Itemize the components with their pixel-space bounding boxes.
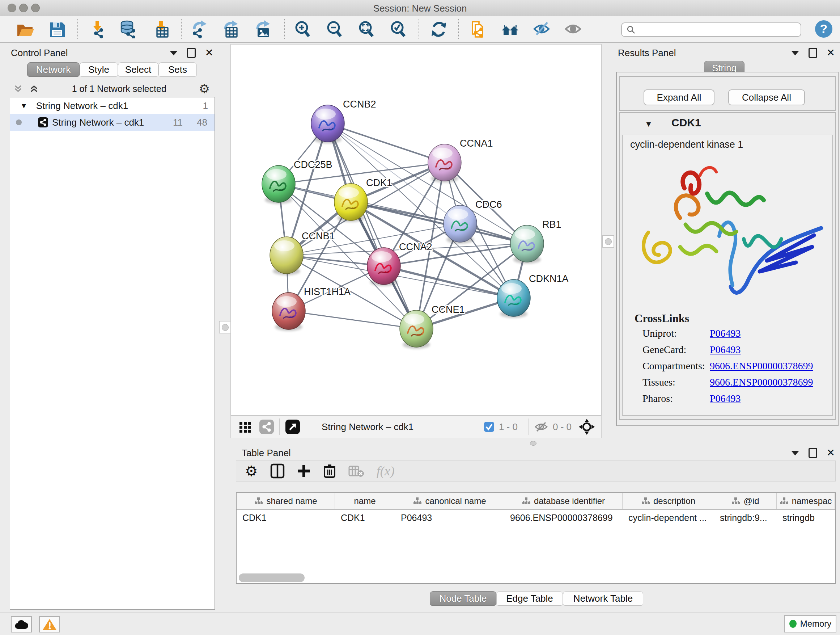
expand-all-button[interactable]: Expand All (644, 89, 714, 105)
column-header-description[interactable]: description (622, 493, 714, 509)
network-graph[interactable]: CCNB2CCNA1CDC25BCDK1CDC6RB1CCNB1CCNA2CDK… (231, 44, 601, 415)
export-table-button[interactable] (220, 19, 241, 40)
network-node-CCNB1[interactable] (270, 237, 303, 275)
column-header-namespac[interactable]: namespac (777, 493, 835, 509)
export-network-button[interactable] (189, 19, 210, 40)
table-settings-gear-icon[interactable]: ⚙ (245, 463, 258, 479)
protein-expand-icon[interactable]: ▼ (645, 119, 653, 129)
network-node-CDK1[interactable] (334, 184, 368, 222)
zoom-fit-button[interactable] (356, 19, 377, 40)
column-header-shared-name[interactable]: shared name (237, 493, 335, 509)
search-field[interactable] (621, 22, 801, 37)
save-session-button[interactable] (47, 19, 68, 40)
network-node-CDC25B[interactable] (262, 165, 295, 204)
crosslink-link[interactable]: P06493 (710, 393, 741, 407)
memory-status-dot (789, 620, 797, 628)
tab-select[interactable]: Select (118, 62, 158, 77)
table-panel-close-icon[interactable]: ✕ (827, 449, 835, 457)
network-node-CCNE1[interactable] (400, 310, 433, 348)
show-all-button[interactable] (563, 19, 584, 40)
add-column-plus-icon[interactable] (297, 464, 311, 478)
show-columns-icon[interactable] (270, 463, 285, 478)
expand-all-icon[interactable] (28, 83, 39, 94)
network-collection-row[interactable]: ▼ String Network – cdk1 1 (10, 97, 215, 114)
delete-column-trash-icon[interactable] (323, 463, 336, 478)
crosslink-row: Tissues: 9606.ENSP00000378699 (643, 377, 831, 391)
network-view-share-icon[interactable] (259, 419, 274, 434)
collection-expand-icon[interactable]: ▼ (20, 102, 27, 110)
help-icon: ? (814, 19, 834, 39)
table-horizontal-scrollbar[interactable] (239, 573, 305, 582)
horizontal-splitter-handle[interactable] (530, 441, 537, 446)
hide-selected-button[interactable] (532, 19, 553, 40)
collapse-all-icon[interactable] (13, 83, 24, 94)
left-splitter-handle[interactable] (219, 321, 231, 333)
network-node-CDC6[interactable] (444, 205, 477, 244)
network-node-CCNB2[interactable] (311, 105, 344, 143)
column-header-database-identifier[interactable]: database identifier (504, 493, 622, 509)
table-cell: stringdb (777, 510, 835, 526)
birdseye-navigator-icon[interactable] (578, 418, 595, 435)
help-button[interactable]: ? (813, 19, 834, 40)
network-edge-CCNB2-CCNE1[interactable] (328, 124, 416, 329)
network-edge-HIST1H1A-CCNE1[interactable] (289, 311, 416, 329)
control-panel-float-icon[interactable] (187, 48, 196, 58)
tab-network-table[interactable]: Network Table (563, 591, 643, 606)
detach-view-icon[interactable] (285, 419, 301, 435)
network-options-gear-icon[interactable]: ⚙ (199, 81, 210, 96)
clone-network-button[interactable] (468, 19, 489, 40)
network-canvas[interactable]: CCNB2CCNA1CDC25BCDK1CDC6RB1CCNB1CCNA2CDK… (231, 44, 602, 416)
memory-button[interactable]: Memory (784, 615, 836, 632)
network-node-RB1[interactable] (510, 225, 544, 264)
network-node-CCNA1[interactable] (428, 144, 461, 182)
table-row[interactable]: CDK1CDK1P064939606.ENSP00000378699cyclin… (237, 510, 835, 526)
crosslink-link[interactable]: P06493 (710, 344, 741, 358)
column-header-label: description (653, 496, 695, 506)
network-node-HIST1H1A[interactable] (272, 293, 305, 331)
hidden-eye-slash-icon[interactable] (534, 421, 548, 433)
import-table-from-file-button[interactable] (151, 19, 172, 40)
crosslink-link[interactable]: 9606.ENSP00000378699 (710, 360, 813, 375)
import-network-from-database-button[interactable] (118, 19, 139, 40)
crosslink-row: GeneCard: P06493 (643, 344, 831, 358)
network-edge-CCNB2-RB1[interactable] (328, 124, 527, 244)
zoom-out-button[interactable] (325, 19, 346, 40)
crosslink-link[interactable]: P06493 (710, 328, 741, 342)
network-row[interactable]: String Network – cdk1 11 48 (10, 114, 215, 131)
import-network-from-file-button[interactable] (87, 19, 108, 40)
tab-sets[interactable]: Sets (158, 62, 197, 77)
right-splitter-handle[interactable] (602, 235, 614, 248)
export-image-button[interactable] (252, 19, 273, 40)
results-panel-float-icon[interactable] (808, 48, 817, 58)
search-input[interactable] (636, 24, 793, 35)
open-session-button[interactable] (15, 19, 36, 40)
column-header-canonical-name[interactable]: canonical name (395, 493, 504, 509)
grid-view-icon[interactable] (238, 420, 253, 434)
selected-checkbox-icon[interactable] (484, 421, 494, 432)
results-panel-close-icon[interactable]: ✕ (827, 49, 835, 57)
zoom-in-button[interactable] (293, 19, 314, 40)
table-panel-float-icon[interactable] (808, 448, 817, 458)
column-header-name[interactable]: name (335, 493, 395, 509)
network-node-CDKN1A[interactable] (497, 279, 531, 318)
column-header--id[interactable]: @id (714, 493, 777, 509)
tab-node-table[interactable]: Node Table (430, 591, 496, 606)
network-edge-CCNB2-CCNA1[interactable] (328, 124, 445, 163)
first-neighbors-button[interactable] (500, 19, 521, 40)
control-panel-close-icon[interactable]: ✕ (205, 49, 213, 57)
tab-edge-table[interactable]: Edge Table (496, 591, 563, 606)
crosslink-link[interactable]: 9606.ENSP00000378699 (710, 377, 813, 391)
collapse-all-button[interactable]: Collapse All (728, 89, 805, 105)
node-table[interactable]: shared namename canonical name database … (236, 492, 836, 584)
warning-status-button[interactable] (39, 616, 60, 632)
cloud-status-button[interactable] (11, 616, 32, 632)
results-panel-menu-icon[interactable] (791, 51, 799, 55)
table-cell: CDK1 (335, 510, 395, 526)
control-panel-menu-icon[interactable] (170, 51, 178, 55)
apply-layout-button[interactable] (428, 19, 449, 40)
tab-style[interactable]: Style (80, 62, 118, 77)
tab-network[interactable]: Network (27, 62, 80, 77)
table-panel-menu-icon[interactable] (791, 451, 799, 455)
zoom-selected-button[interactable] (388, 19, 409, 40)
network-node-CCNA2[interactable] (367, 248, 401, 286)
